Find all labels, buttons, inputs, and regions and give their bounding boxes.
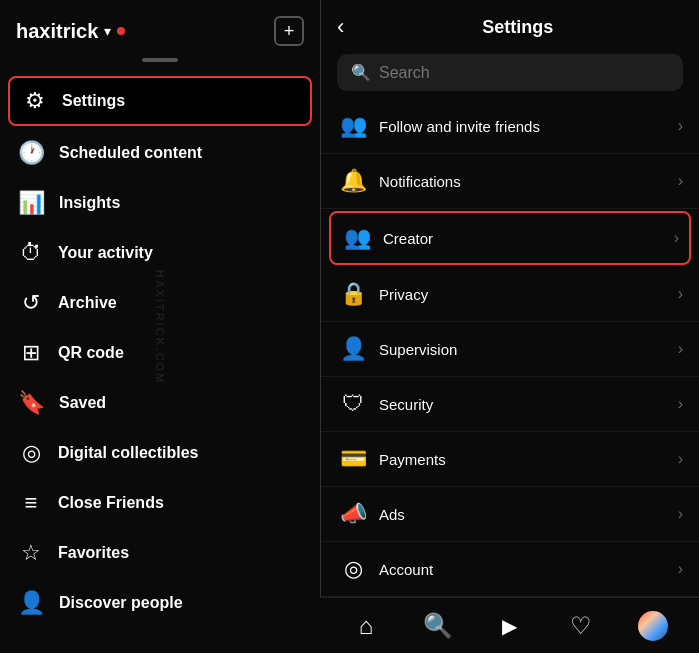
menu-item-insights[interactable]: 📊 Insights [0,178,320,228]
account-icon: ◎ [337,556,369,582]
scroll-indicator [0,58,320,62]
settings-item-payments-label: Payments [379,451,678,468]
left-panel: haxitrick ▾ + ⚙ Settings 🕐 Scheduled con… [0,0,320,653]
payments-icon: 💳 [337,446,369,472]
menu-item-insights-label: Insights [59,194,120,212]
settings-item-creator-label: Creator [383,230,674,247]
heart-icon: ♡ [570,612,592,640]
menu-item-favorites[interactable]: ☆ Favorites [0,528,320,578]
nav-home[interactable]: ⌂ [330,612,402,640]
nav-likes[interactable]: ♡ [545,612,617,640]
menu-item-qrcode-label: QR code [58,344,124,362]
menu-item-favorites-label: Favorites [58,544,129,562]
notification-dot [117,27,125,35]
chevron-right-icon: › [674,229,679,247]
collectibles-icon: ◎ [18,440,44,466]
settings-item-supervision-label: Supervision [379,341,678,358]
app-title: haxitrick [16,20,98,43]
settings-item-account-label: Account [379,561,678,578]
insights-icon: 📊 [18,190,45,216]
home-icon: ⌂ [359,612,374,640]
menu-item-settings[interactable]: ⚙ Settings [8,76,312,126]
creator-icon: 👥 [341,225,373,251]
menu-item-archive-label: Archive [58,294,117,312]
settings-item-follow[interactable]: 👥 Follow and invite friends › [321,99,699,154]
settings-item-security[interactable]: 🛡 Security › [321,377,699,432]
chevron-right-icon: › [678,560,683,578]
app-title-area: haxitrick ▾ [16,20,125,43]
nav-profile[interactable] [617,611,689,641]
chevron-down-icon[interactable]: ▾ [104,23,111,39]
chevron-right-icon: › [678,450,683,468]
archive-icon: ↺ [18,290,44,316]
security-icon: 🛡 [337,391,369,417]
settings-item-ads-label: Ads [379,506,678,523]
add-button[interactable]: + [274,16,304,46]
scheduled-icon: 🕐 [18,140,45,166]
reels-icon: ▶ [502,614,517,638]
settings-item-ads[interactable]: 📣 Ads › [321,487,699,542]
settings-item-security-label: Security [379,396,678,413]
settings-item-follow-label: Follow and invite friends [379,118,678,135]
search-input[interactable] [379,64,669,82]
menu-item-close-friends[interactable]: ≡ Close Friends [0,478,320,528]
chevron-right-icon: › [678,285,683,303]
chevron-right-icon: › [678,172,683,190]
settings-item-creator[interactable]: 👥 Creator › [329,211,691,265]
settings-page-title: Settings [352,17,683,38]
settings-item-notifications-label: Notifications [379,173,678,190]
follow-icon: 👥 [337,113,369,139]
menu-item-close-friends-label: Close Friends [58,494,164,512]
menu-item-scheduled[interactable]: 🕐 Scheduled content [0,128,320,178]
settings-icon: ⚙ [22,88,48,114]
search-icon: 🔍 [351,63,371,82]
chevron-right-icon: › [678,117,683,135]
qrcode-icon: ⊞ [18,340,44,366]
settings-item-notifications[interactable]: 🔔 Notifications › [321,154,699,209]
nav-search[interactable]: 🔍 [402,612,474,640]
menu-item-saved[interactable]: 🔖 Saved [0,378,320,428]
settings-item-account[interactable]: ◎ Account › [321,542,699,597]
chevron-right-icon: › [678,505,683,523]
settings-item-privacy-label: Privacy [379,286,678,303]
scroll-bar [142,58,178,62]
menu-item-collectibles-label: Digital collectibles [58,444,198,462]
left-header: haxitrick ▾ + [0,0,320,54]
chevron-right-icon: › [678,395,683,413]
menu-item-discover[interactable]: 👤 Discover people [0,578,320,628]
favorites-icon: ☆ [18,540,44,566]
menu-item-settings-label: Settings [62,92,125,110]
settings-item-payments[interactable]: 💳 Payments › [321,432,699,487]
close-friends-icon: ≡ [18,490,44,516]
discover-icon: 👤 [18,590,45,616]
settings-item-supervision[interactable]: 👤 Supervision › [321,322,699,377]
menu-item-activity-label: Your activity [58,244,153,262]
menu-item-qrcode[interactable]: ⊞ QR code [0,328,320,378]
left-menu: ⚙ Settings 🕐 Scheduled content 📊 Insight… [0,70,320,653]
nav-reels[interactable]: ▶ [474,614,546,638]
chevron-right-icon: › [678,340,683,358]
menu-item-scheduled-label: Scheduled content [59,144,202,162]
settings-list: 👥 Follow and invite friends › 🔔 Notifica… [321,99,699,653]
saved-icon: 🔖 [18,390,45,416]
menu-item-saved-label: Saved [59,394,106,412]
settings-item-privacy[interactable]: 🔒 Privacy › [321,267,699,322]
menu-item-collectibles[interactable]: ◎ Digital collectibles [0,428,320,478]
right-panel: ‹ Settings 🔍 👥 Follow and invite friends… [321,0,699,653]
search-nav-icon: 🔍 [423,612,453,640]
avatar [638,611,668,641]
ads-icon: 📣 [337,501,369,527]
bottom-nav: ⌂ 🔍 ▶ ♡ [320,597,699,653]
back-button[interactable]: ‹ [337,14,344,40]
menu-item-archive[interactable]: ↺ Archive [0,278,320,328]
notifications-icon: 🔔 [337,168,369,194]
right-header: ‹ Settings [321,0,699,50]
activity-icon: ⏱ [18,240,44,266]
privacy-icon: 🔒 [337,281,369,307]
supervision-icon: 👤 [337,336,369,362]
menu-item-discover-label: Discover people [59,594,183,612]
search-bar[interactable]: 🔍 [337,54,683,91]
menu-item-activity[interactable]: ⏱ Your activity [0,228,320,278]
plus-icon: + [284,22,295,40]
